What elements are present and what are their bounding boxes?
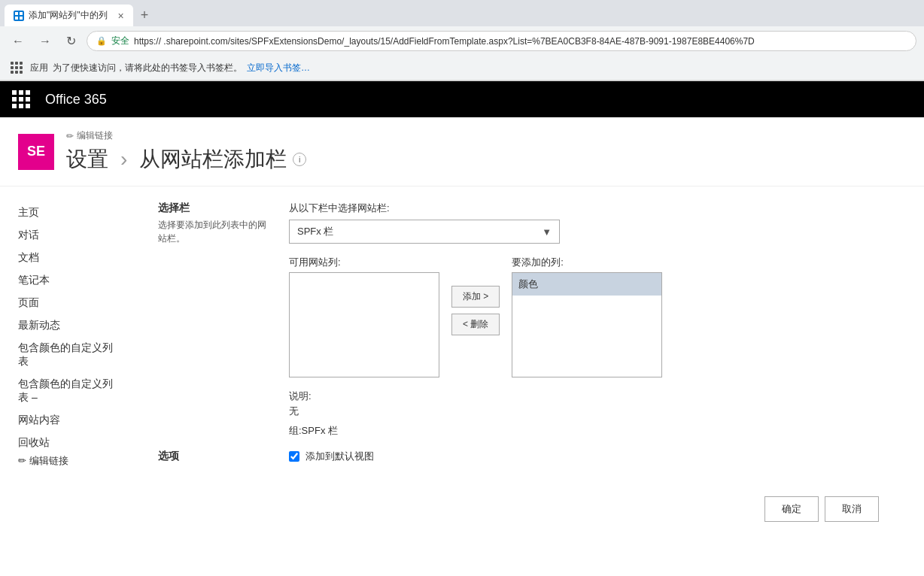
waffle-menu[interactable]	[9, 87, 33, 111]
default-view-checkbox-row: 添加到默认视图	[289, 450, 374, 463]
breadcrumb-separator: ›	[120, 147, 127, 171]
columns-to-add-box: 要添加的列: 颜色	[512, 256, 662, 377]
sidebar-item-home[interactable]: 主页	[18, 202, 117, 224]
footer-buttons: 确定 取消	[158, 481, 901, 537]
info-icon[interactable]: i	[293, 153, 306, 166]
breadcrumb-part2: 从网站栏添加栏	[139, 145, 287, 174]
tab-title: 添加"网站列"中的列	[29, 9, 108, 22]
default-view-checkbox[interactable]	[289, 451, 299, 462]
add-button[interactable]: 添加 >	[451, 286, 500, 308]
section-desc: 选择要添加到此列表中的网站栏。	[158, 218, 271, 245]
group-value: 组:SPFx 栏	[289, 424, 901, 438]
site-logo: SE	[18, 134, 54, 170]
transfer-buttons: 添加 > < 删除	[451, 256, 500, 335]
sidebar-item-documents[interactable]: 文档	[18, 247, 117, 269]
main-layout: 主页 对话 文档 笔记本 页面 最新动态 包含颜色的自定义列表 包含颜色的自定义…	[0, 186, 924, 552]
section-title: 选择栏	[158, 202, 271, 215]
bookmarks-text: 为了便快速访问，请将此处的书签导入书签栏。	[53, 62, 242, 74]
nav-bar: ← → ↻ 🔒 安全 https:// .sharepoint.com/site…	[0, 26, 924, 56]
confirm-button[interactable]: 确定	[764, 496, 819, 522]
o365-title: Office 365	[45, 92, 107, 108]
new-tab-button[interactable]: +	[135, 5, 155, 26]
options-label-area: 选项	[158, 450, 271, 466]
sidebar-item-pages[interactable]: 页面	[18, 292, 117, 314]
address-bar[interactable]: 🔒 安全 https:// .sharepoint.com/sites/SPFx…	[87, 31, 916, 51]
site-header: SE ✏ 编辑链接 设置 › 从网站栏添加栏 i	[0, 117, 924, 186]
breadcrumb-part1: 设置	[66, 145, 108, 174]
sidebar-item-custom-list1[interactable]: 包含颜色的自定义列表	[18, 337, 117, 373]
sidebar-item-recent[interactable]: 最新动态	[18, 314, 117, 337]
back-button[interactable]: ←	[8, 32, 29, 50]
available-columns-list[interactable]	[289, 272, 439, 377]
bookmarks-bar: 应用 为了便快速访问，请将此处的书签导入书签栏。 立即导入书签…	[0, 56, 924, 80]
main-panel: 选择栏 选择要添加到此列表中的网站栏。 从以下栏中选择网站栏: SPFx 栏 ▼…	[135, 202, 924, 537]
sidebar-nav: 主页 对话 文档 笔记本 页面 最新动态 包含颜色的自定义列表 包含颜色的自定义…	[18, 202, 117, 454]
description-label: 说明:	[289, 390, 901, 403]
column-selector-area: 从以下栏中选择网站栏: SPFx 栏 ▼ 可用网站列:	[289, 202, 901, 438]
refresh-button[interactable]: ↻	[62, 32, 81, 50]
sidebar-item-recycle[interactable]: 回收站	[18, 432, 117, 454]
available-columns-label: 可用网站列:	[289, 256, 439, 269]
page-content: SE ✏ 编辑链接 设置 › 从网站栏添加栏 i 主页 对话 文档 笔记本 页面	[0, 117, 924, 576]
sidebar-item-notebook[interactable]: 笔记本	[18, 269, 117, 292]
forward-button[interactable]: →	[35, 32, 56, 50]
svg-rect-3	[20, 17, 23, 20]
dropdown-arrow-icon: ▼	[542, 226, 552, 238]
description-value: 无	[289, 405, 901, 418]
page-heading: 设置 › 从网站栏添加栏 i	[66, 145, 306, 174]
apps-label: 应用	[30, 62, 48, 74]
section-info: 选择栏 选择要添加到此列表中的网站栏。	[158, 202, 271, 438]
url-text: https:// .sharepoint.com/sites/SPFxExten…	[134, 36, 755, 47]
tab-favicon	[14, 11, 24, 21]
svg-rect-1	[20, 12, 23, 15]
tab-close-button[interactable]: ×	[118, 10, 124, 22]
browser-chrome: 添加"网站列"中的列 × + ← → ↻ 🔒 安全 https:// .shar…	[0, 0, 924, 81]
dropdown-value: SPFx 栏	[297, 225, 333, 238]
apps-icon[interactable]	[8, 59, 26, 77]
edit-link-top[interactable]: ✏ 编辑链接	[66, 129, 306, 142]
sidebar: 主页 对话 文档 笔记本 页面 最新动态 包含颜色的自定义列表 包含颜色的自定义…	[0, 202, 135, 537]
cancel-button[interactable]: 取消	[825, 496, 879, 522]
options-title: 选项	[158, 450, 271, 463]
columns-transfer: 可用网站列: 添加 > < 删除 要添加的列: 颜色	[289, 256, 901, 377]
tab-bar: 添加"网站列"中的列 × +	[0, 0, 924, 26]
available-columns-box: 可用网站列:	[289, 256, 439, 377]
select-column-section: 选择栏 选择要添加到此列表中的网站栏。 从以下栏中选择网站栏: SPFx 栏 ▼…	[158, 202, 901, 438]
active-tab[interactable]: 添加"网站列"中的列 ×	[5, 5, 133, 26]
options-content: 添加到默认视图	[289, 450, 374, 466]
column-group-dropdown[interactable]: SPFx 栏 ▼	[289, 220, 560, 244]
secure-label: 安全	[111, 35, 129, 47]
svg-rect-2	[15, 17, 18, 20]
default-view-label: 添加到默认视图	[305, 450, 374, 463]
pencil-icon: ✏	[66, 131, 74, 141]
pencil-icon-sidebar: ✏	[18, 455, 26, 466]
list-item[interactable]: 颜色	[512, 273, 661, 296]
o365-header: Office 365	[0, 81, 924, 117]
sidebar-edit-links[interactable]: ✏ 编辑链接	[18, 454, 117, 468]
import-bookmarks-link[interactable]: 立即导入书签…	[247, 62, 310, 74]
options-section: 选项 添加到默认视图	[158, 450, 901, 466]
site-header-text: ✏ 编辑链接 设置 › 从网站栏添加栏 i	[66, 129, 306, 174]
lock-icon: 🔒	[96, 36, 107, 46]
remove-button[interactable]: < 删除	[451, 314, 500, 335]
columns-to-add-list[interactable]: 颜色	[512, 272, 662, 377]
sidebar-item-conversation[interactable]: 对话	[18, 224, 117, 247]
sidebar-item-custom-list2[interactable]: 包含颜色的自定义列表 –	[18, 373, 117, 409]
sidebar-item-site-contents[interactable]: 网站内容	[18, 409, 117, 432]
svg-rect-0	[15, 12, 18, 15]
columns-to-add-label: 要添加的列:	[512, 256, 662, 269]
dropdown-label: 从以下栏中选择网站栏:	[289, 202, 901, 215]
description-section: 说明: 无 组:SPFx 栏	[289, 390, 901, 438]
